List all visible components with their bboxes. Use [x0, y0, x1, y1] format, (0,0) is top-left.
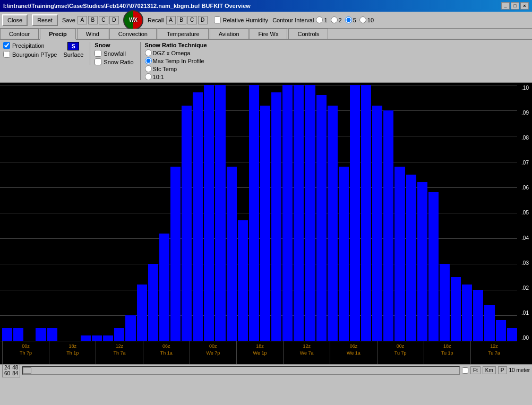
bar	[47, 328, 57, 341]
bar	[2, 328, 12, 341]
y-axis: .10 .09 .08 .07 .06 .05 .04 .03 .02 .01 …	[521, 85, 529, 341]
bar	[305, 85, 315, 341]
minimize-button[interactable]: _	[501, 2, 510, 10]
bar	[417, 182, 427, 341]
coord-display: 24 48 60 84	[2, 364, 20, 377]
bar	[81, 335, 91, 341]
tab-precip[interactable]: Precip	[40, 29, 76, 40]
srt-max-temp[interactable]: Max Temp In Profile	[145, 57, 207, 64]
meter-label: 10 meter	[509, 367, 530, 373]
srt-sfc-temp[interactable]: Sfc Temp	[145, 65, 207, 72]
title-bar: I:\intranet\Training\mse\CaseStudies\Feb…	[0, 0, 532, 12]
logo: WX	[123, 10, 143, 30]
close-window-button[interactable]: ×	[520, 2, 529, 10]
recall-a-button[interactable]: A	[166, 16, 176, 24]
bar	[159, 234, 169, 341]
status-checkbox[interactable]	[462, 367, 468, 374]
contour-radio-5[interactable]: 5	[345, 16, 356, 23]
tab-controls[interactable]: Controls	[288, 29, 328, 39]
save-label: Save	[62, 17, 75, 23]
maximize-button[interactable]: □	[511, 2, 519, 10]
y-label-08: .08	[521, 135, 529, 141]
snow-title: Snow	[95, 42, 133, 48]
close-button[interactable]: Close	[2, 14, 28, 26]
km-button[interactable]: Km	[483, 366, 496, 374]
bar	[114, 328, 124, 341]
x-label: 18zTu 1p	[424, 341, 470, 364]
snow-ratio-technique-title: Snow Ratio Technique	[145, 42, 207, 48]
srt-10-1[interactable]: 10:1	[145, 73, 207, 80]
scrollbar-horizontal[interactable]	[22, 366, 460, 375]
bar	[125, 315, 135, 341]
save-group: Save A B C D	[62, 16, 119, 24]
reset-button[interactable]: Reset	[32, 14, 58, 26]
contour-interval-group: Contour Interval 1 2 5 10	[272, 16, 374, 23]
tab-wind[interactable]: Wind	[77, 29, 108, 39]
snow-ratio-label: Snow Ratio	[104, 59, 133, 65]
x-label: 18zWe 1p	[236, 341, 283, 364]
y-label-02: .02	[521, 285, 529, 291]
bar	[383, 110, 393, 341]
bourgouin-label: Bourgouin PType	[12, 51, 57, 58]
tab-temperature[interactable]: Temperature	[158, 29, 209, 39]
save-buttons: A B C D	[78, 16, 119, 24]
x-label: 12zTh 7a	[96, 341, 142, 364]
y-label-05: .05	[521, 210, 529, 216]
recall-c-button[interactable]: C	[187, 16, 197, 24]
x-label: 06zWe 1a	[330, 341, 376, 364]
y-label-00: .00	[521, 335, 529, 341]
precip-checks: Precipitation Bourgouin PType	[3, 42, 57, 58]
bar	[507, 328, 517, 341]
contour-interval-label: Contour Interval	[272, 17, 314, 23]
x-label: 00zTh 7p	[2, 341, 49, 364]
tab-fire-wx[interactable]: Fire Wx	[250, 29, 288, 39]
bar	[13, 328, 23, 341]
snow-ratio-checkbox[interactable]	[95, 58, 101, 65]
bar	[249, 85, 259, 341]
save-a-button[interactable]: A	[78, 16, 87, 24]
save-c-button[interactable]: C	[99, 16, 108, 24]
bar	[103, 335, 113, 341]
relative-humidity-check[interactable]: Relative Humidity	[214, 16, 269, 23]
snowfall-check[interactable]: Snowfall	[95, 50, 133, 57]
p-button[interactable]: P	[498, 366, 507, 374]
save-d-button[interactable]: D	[109, 16, 119, 24]
bar	[372, 106, 382, 341]
y-label-10: .10	[521, 85, 529, 91]
precipitation-checkbox[interactable]	[3, 42, 10, 49]
save-b-button[interactable]: B	[88, 16, 98, 24]
bourgouin-checkbox[interactable]	[3, 51, 10, 58]
contour-radio-2[interactable]: 2	[331, 16, 342, 23]
recall-d-button[interactable]: D	[198, 16, 208, 24]
bourgouin-check[interactable]: Bourgouin PType	[3, 51, 57, 58]
ft-button[interactable]: Ft	[470, 366, 480, 374]
toolbar: Close Reset Save A B C D WX Recall A B C…	[0, 12, 532, 29]
bar	[294, 85, 304, 341]
contour-radio-10[interactable]: 10	[359, 16, 374, 23]
contour-radio-1[interactable]: 1	[316, 16, 327, 23]
bar	[282, 85, 293, 341]
tab-convection[interactable]: Convection	[109, 29, 157, 39]
y-label-03: .03	[521, 260, 529, 266]
recall-b-button[interactable]: B	[177, 16, 186, 24]
y-label-04: .04	[521, 235, 529, 241]
x-label: 12zWe 7a	[283, 341, 330, 364]
surface-s-button[interactable]: S	[67, 42, 79, 50]
tab-aviation[interactable]: Aviation	[210, 29, 248, 39]
snowfall-checkbox[interactable]	[95, 50, 101, 57]
snowfall-label: Snowfall	[104, 50, 126, 57]
scrollbar-thumb[interactable]	[23, 367, 31, 374]
precipitation-check[interactable]: Precipitation	[3, 42, 57, 49]
srt-dgz-omega[interactable]: DGZ x Omega	[145, 49, 207, 56]
window-controls[interactable]: _ □ ×	[501, 2, 529, 10]
bar	[170, 167, 181, 341]
bar	[473, 290, 483, 341]
bar	[361, 85, 371, 341]
tab-contour[interactable]: Contour	[0, 29, 39, 39]
bar	[148, 264, 158, 341]
snow-ratio-technique-group: Snow Ratio Technique DGZ x Omega Max Tem…	[140, 42, 207, 80]
x-label: 00zTu 7p	[377, 341, 424, 364]
bar	[406, 175, 416, 341]
relative-humidity-checkbox[interactable]	[214, 16, 221, 23]
snow-ratio-check[interactable]: Snow Ratio	[95, 58, 133, 65]
